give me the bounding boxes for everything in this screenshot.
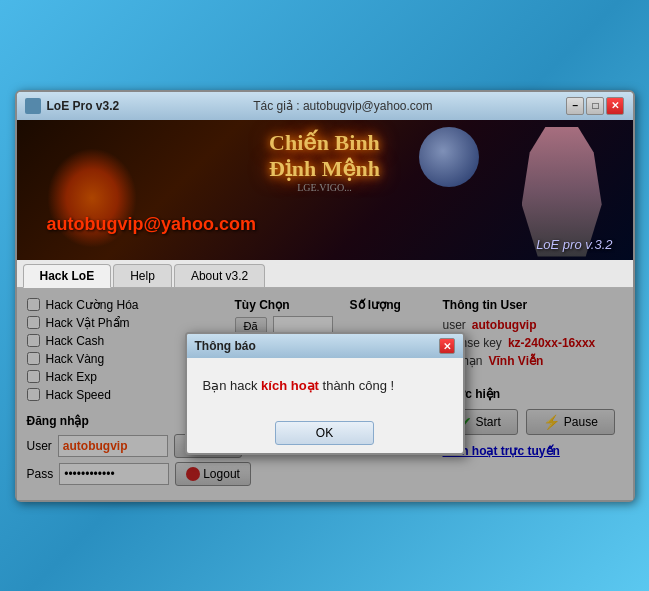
tab-hack-loe[interactable]: Hack LoE [23, 264, 112, 288]
banner-title-group: Chiến Binh Định Mệnh LGE.VIGO... [140, 130, 510, 193]
main-content: Hack Cường Hóa Hack Vật Phẩm Hack Cash H… [17, 288, 633, 500]
game-title-line2: Định Mệnh [140, 156, 510, 182]
main-window: LoE Pro v3.2 Tác giả : autobugvip@yahoo.… [15, 90, 635, 502]
title-bar: LoE Pro v3.2 Tác giả : autobugvip@yahoo.… [17, 92, 633, 120]
dialog-body: Bạn hack kích hoạt thành công ! [187, 358, 463, 413]
tab-bar: Hack LoE Help About v3.2 [17, 260, 633, 288]
window-controls: − □ ✕ [566, 97, 624, 115]
title-bar-left: LoE Pro v3.2 [25, 98, 120, 114]
maximize-button[interactable]: □ [586, 97, 604, 115]
banner: Chiến Binh Định Mệnh LGE.VIGO... autobug… [17, 120, 633, 260]
dialog-box: Thông báo ✕ Bạn hack kích hoạt thành côn… [185, 332, 465, 455]
dialog-message-post: thành công ! [319, 378, 394, 393]
dialog-overlay: Thông báo ✕ Bạn hack kích hoạt thành côn… [17, 288, 633, 500]
app-icon [25, 98, 41, 114]
window-author: Tác giả : autobugvip@yahoo.com [253, 99, 432, 113]
game-title-line1: Chiến Binh [140, 130, 510, 156]
window-title: LoE Pro v3.2 [47, 99, 120, 113]
dialog-title: Thông báo [195, 339, 256, 353]
dialog-close-button[interactable]: ✕ [439, 338, 455, 354]
game-site: LGE.VIGO... [140, 182, 510, 193]
tab-about[interactable]: About v3.2 [174, 264, 265, 287]
dialog-message-pre: Bạn hack [203, 378, 262, 393]
banner-version: LoE pro v.3.2 [536, 237, 612, 252]
ok-button[interactable]: OK [275, 421, 374, 445]
dialog-footer: OK [187, 413, 463, 453]
close-button[interactable]: ✕ [606, 97, 624, 115]
banner-email: autobugvip@yahoo.com [47, 214, 257, 235]
tab-help[interactable]: Help [113, 264, 172, 287]
minimize-button[interactable]: − [566, 97, 584, 115]
dialog-title-bar: Thông báo ✕ [187, 334, 463, 358]
dialog-message-highlight: kích hoạt [261, 378, 319, 393]
